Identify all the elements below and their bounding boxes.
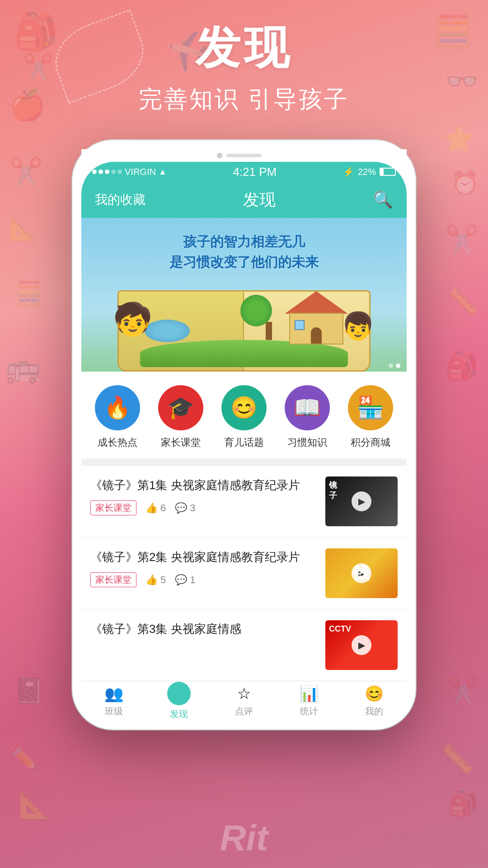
- tab-stats-label: 统计: [300, 705, 318, 717]
- banner-carousel[interactable]: 孩子的智力相差无几 是习惯改变了他们的未来: [81, 218, 407, 372]
- tab-class[interactable]: 👥 班级: [81, 681, 146, 721]
- signal-dot-2: [99, 170, 103, 174]
- tree-top: [240, 295, 272, 326]
- article-thumb-3: CCTV ▶: [325, 620, 398, 670]
- category-growth[interactable]: 🔥 成长热点: [95, 385, 140, 449]
- search-icon[interactable]: 🔍: [373, 190, 393, 209]
- scene-boy-character: 🧒: [113, 301, 152, 338]
- tab-bar: 👥 班级 ✦ 发现 ☆ 点评 📊 统计: [81, 681, 407, 721]
- article-meta-1: 家长课堂 👍 6 💬 3: [90, 500, 316, 515]
- scene-tree: [253, 290, 285, 340]
- phone-top-bar: [81, 149, 407, 162]
- comment-icon-2: 💬: [175, 574, 187, 586]
- nav-left-button[interactable]: 我的收藏: [95, 191, 145, 208]
- tab-review[interactable]: ☆ 点评: [211, 681, 277, 721]
- banner-content: 孩子的智力相差无几 是习惯改变了他们的未来: [81, 218, 407, 372]
- article-title-3: 《镜子》第3集 央视家庭情感: [90, 620, 316, 638]
- banner-line1: 孩子的智力相差无几: [81, 231, 407, 252]
- tab-discover[interactable]: ✦ 发现: [146, 681, 211, 721]
- categories-row: 🔥 成长热点 🎓 家长课堂 😊 育儿话题 📖 习惯知识: [81, 372, 407, 458]
- category-habit-icon: 📖: [285, 385, 330, 430]
- like-count-1: 6: [160, 502, 166, 514]
- article-tag-2: 家长课堂: [90, 572, 136, 587]
- hero-title: 发现: [0, 18, 488, 79]
- nav-title: 发现: [243, 189, 276, 211]
- tab-discover-label: 发现: [170, 708, 188, 720]
- category-habit-label: 习惯知识: [287, 436, 327, 449]
- category-parenting-label: 育儿话题: [224, 436, 264, 449]
- tab-mine[interactable]: 😊 我的: [342, 681, 407, 721]
- comment-count-2: 1: [190, 574, 195, 586]
- banner-dot-2: [396, 363, 400, 368]
- hero-subtitle: 完善知识 引导孩子: [0, 84, 488, 115]
- thumb-text-2: 钱: [353, 563, 370, 584]
- battery-fill: [380, 169, 384, 175]
- category-parenting-icon: 😊: [221, 385, 267, 430]
- hero-section: 发现 完善知识 引导孩子: [0, 18, 488, 115]
- article-comments-1: 💬 3: [175, 502, 195, 514]
- scene-girl-character: 👦: [341, 310, 375, 342]
- article-likes-1: 👍 6: [145, 502, 166, 514]
- category-parent-label: 家长课堂: [161, 436, 201, 449]
- article-content-2: 《镜子》第2集 央视家庭情感教育纪录片 家长课堂 👍 5 💬 1: [90, 548, 316, 587]
- category-shop-icon: 🏪: [348, 385, 393, 430]
- tab-stats-icon: 📊: [300, 684, 319, 703]
- article-content-1: 《镜子》第1集 央视家庭情感教育纪录片 家长课堂 👍 6 💬 3: [90, 476, 316, 515]
- article-thumb-1: 镜子 ▶: [325, 476, 398, 526]
- status-time: 4:21 PM: [233, 165, 277, 179]
- article-item-1[interactable]: 《镜子》第1集 央视家庭情感教育纪录片 家长课堂 👍 6 💬 3: [81, 466, 407, 538]
- signal-dot-5: [117, 170, 122, 174]
- like-icon-1: 👍: [145, 502, 158, 514]
- like-count-2: 5: [160, 574, 166, 586]
- thumb-text-3: CCTV: [329, 624, 351, 634]
- article-thumb-2: 钱 ▶: [325, 548, 398, 598]
- signal-dot-1: [92, 170, 97, 174]
- tab-class-label: 班级: [105, 705, 123, 717]
- category-habit[interactable]: 📖 习惯知识: [285, 385, 330, 449]
- comment-icon-1: 💬: [175, 502, 187, 514]
- article-title-2: 《镜子》第2集 央视家庭情感教育纪录片: [90, 548, 316, 566]
- phone-frame-wrapper: VIRGIN ▲ 4:21 PM ⚡ 22%: [72, 140, 416, 730]
- category-parenting[interactable]: 😊 育儿话题: [221, 385, 267, 449]
- article-item-3[interactable]: 《镜子》第3集 央视家庭情感 CCTV ▶: [81, 609, 407, 681]
- status-bar: VIRGIN ▲ 4:21 PM ⚡ 22%: [81, 162, 407, 182]
- article-comments-2: 💬 1: [175, 574, 195, 586]
- article-likes-2: 👍 5: [145, 574, 166, 586]
- bluetooth-icon: ⚡: [343, 166, 354, 177]
- house-window: [295, 320, 305, 330]
- house-door: [311, 327, 322, 344]
- category-parent[interactable]: 🎓 家长课堂: [158, 385, 203, 449]
- like-icon-2: 👍: [145, 574, 158, 586]
- status-left: VIRGIN ▲: [92, 167, 167, 177]
- article-tag-1: 家长课堂: [90, 500, 136, 515]
- article-item-2[interactable]: 《镜子》第2集 央视家庭情感教育纪录片 家长课堂 👍 5 💬 1: [81, 538, 407, 609]
- signal-dot-4: [111, 170, 116, 174]
- status-right: ⚡ 22%: [343, 166, 396, 177]
- comment-count-1: 3: [190, 502, 195, 514]
- tree-trunk: [266, 322, 272, 340]
- battery-label: 22%: [358, 167, 376, 177]
- wifi-icon: ▲: [159, 167, 167, 177]
- tab-class-icon: 👥: [104, 684, 123, 703]
- tab-stats[interactable]: 📊 统计: [277, 681, 342, 721]
- house-body: [289, 313, 343, 344]
- category-shop[interactable]: 🏪 积分商城: [348, 385, 393, 449]
- phone-camera: [217, 153, 222, 158]
- tab-discover-bg: ✦: [167, 682, 191, 705]
- book-scene-illustration: 🧒 👦: [86, 254, 402, 372]
- scene-house: [289, 299, 343, 344]
- tab-mine-label: 我的: [365, 705, 383, 717]
- category-growth-icon: 🔥: [95, 385, 140, 430]
- battery-body: [380, 168, 396, 176]
- nav-bar: 我的收藏 发现 🔍: [81, 182, 407, 218]
- divider-1: [81, 458, 407, 466]
- article-meta-2: 家长课堂 👍 5 💬 1: [90, 572, 316, 587]
- carrier-label: VIRGIN: [125, 167, 156, 177]
- play-icon-3[interactable]: ▶: [352, 635, 371, 655]
- article-title-1: 《镜子》第1集 央视家庭情感教育纪录片: [90, 476, 316, 494]
- play-icon-1[interactable]: ▶: [352, 491, 371, 511]
- category-parent-icon: 🎓: [158, 385, 203, 430]
- phone-screen: VIRGIN ▲ 4:21 PM ⚡ 22%: [81, 162, 407, 721]
- tab-mine-icon: 😊: [365, 684, 384, 703]
- tab-discover-icon: ✦: [174, 686, 184, 701]
